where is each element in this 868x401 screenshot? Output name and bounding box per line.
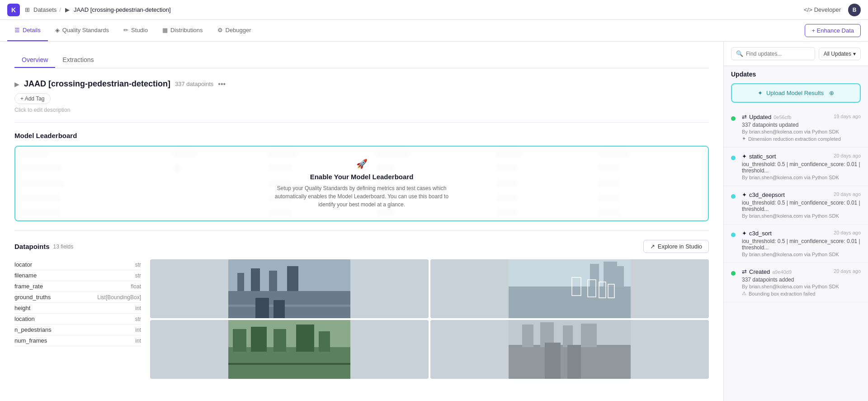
search-box[interactable]: 🔍 [731,47,815,60]
avatar[interactable]: B [848,4,861,16]
svg-rect-26 [296,325,314,352]
svg-rect-35 [581,324,597,347]
leaderboard-overlay: 🚀 Enable Your Model Leaderboard Setup yo… [15,147,708,220]
field-row: locator str [14,259,141,270]
svg-rect-25 [274,329,286,352]
timeline-item-name: ✦ c3d_sort [742,230,772,237]
field-row: frame_rate float [14,281,141,292]
leaderboard-title: Model Leaderboard [14,132,709,139]
timeline-item-note: ⚠ Bounding box extraction failed [742,291,861,296]
model-name: c3d_deepsort [749,191,785,198]
edit-description[interactable]: Click to edit description [14,107,709,113]
field-name: ground_truths [14,294,51,301]
explore-studio-button[interactable]: ↗ Explore in Studio [643,240,709,253]
explore-label: Explore in Studio [658,243,702,250]
top-nav-left: K ⊞ Datasets / ▶ JAAD [crossing-pedestri… [7,4,171,16]
tab-details[interactable]: ☰ Details [7,20,48,41]
upload-model-results-button[interactable]: ✦ Upload Model Results ⊕ [731,83,861,103]
more-options-button[interactable]: ••• [218,80,226,88]
timeline-item-desc: iou_threshold: 0.5 | min_confidence_scor… [742,200,861,212]
breadcrumb-datasets[interactable]: Datasets [33,6,57,13]
tab-distributions[interactable]: ▦ Distributions [155,20,210,41]
tab-studio[interactable]: ✏ Studio [116,20,155,41]
divider-2 [14,230,709,231]
fields-list: locator str filename str frame_rate floa… [14,259,141,379]
svg-rect-5 [269,271,277,291]
dataset-name: JAAD [crossing-pedestrian-detection] [24,79,170,89]
tabs: ☰ Details ◈ Quality Standards ✏ Studio ▦… [7,20,259,41]
warning-icon: ⚠ [742,291,746,296]
list-item: ✦ c3d_sort 20 days ago iou_threshold: 0.… [724,224,868,263]
timeline-item-header: ✦ static_sort 20 days ago [742,153,861,160]
sub-tab-overview[interactable]: Overview [14,53,55,68]
overlay-desc: Setup your Quality Standards by defining… [267,184,457,209]
sub-tab-extractions[interactable]: Extractions [55,53,101,68]
list-item: ⇄ Created a9e40d9 20 days ago 337 datapo… [724,263,868,302]
upload-icon: ✦ [758,90,763,96]
datapoints-title: Datapoints 13 fields [14,243,73,250]
field-row: location str [14,314,141,325]
field-type: int [135,305,141,311]
timeline-dot-green [731,271,736,276]
timeline-item-name: ⇄ Created a9e40d9 [742,268,792,275]
svg-rect-7 [228,305,350,307]
note-text: Dimension reduction extraction completed [748,136,841,142]
field-type: str [135,272,141,279]
main-layout: Overview Extractions ▶ JAAD [crossing-pe… [0,42,868,401]
time-ago: 20 days ago [834,268,861,274]
enhance-data-button[interactable]: + Enhance Data [805,24,861,37]
datasets-icon: ⊞ [24,6,31,14]
field-row: filename str [14,270,141,281]
timeline-item-desc: 337 datapoints added [742,277,861,283]
datapoint-image [150,259,429,318]
svg-rect-37 [567,345,581,379]
asterisk-icon: ✦ [742,230,747,237]
field-name: n_pedestrians [14,326,52,333]
field-type: List[BoundingBox] [97,294,141,301]
model-name: static_sort [749,153,776,160]
timeline-item-by: By brian.shen@kolena.com via Python SDK [742,284,861,289]
model-name: c3d_sort [749,230,772,237]
time-ago: 20 days ago [834,230,861,235]
field-row: num_frames int [14,335,141,346]
datapoint-image [150,320,429,379]
search-icon: 🔍 [736,50,743,57]
filter-dropdown[interactable]: All Updates ▾ [819,48,861,60]
add-tag-button[interactable]: + Add Tag [14,93,51,104]
timeline-item-note: ✦ Dimension reduction extraction complet… [742,136,861,142]
field-name: location [14,315,35,322]
timeline-item-by: By brian.shen@kolena.com via Python SDK [742,175,861,180]
commit-hash: a9e40d9 [772,269,792,275]
updated-label: Updated [749,114,771,120]
svg-rect-15 [613,266,624,286]
svg-rect-8 [255,298,269,318]
upload-label: Upload Model Results [766,90,824,96]
tab-quality-standards[interactable]: ◈ Quality Standards [48,20,116,41]
svg-rect-32 [522,325,533,347]
content-area: Overview Extractions ▶ JAAD [crossing-pe… [0,42,723,401]
tab-debugger[interactable]: ⚙ Debugger [210,20,259,41]
datapoints-layout: locator str filename str frame_rate floa… [14,259,709,379]
tab-studio-label: Studio [131,27,148,33]
tab-debug-label: Debugger [226,27,251,33]
timeline-item-header: ⇄ Updated 0e56cfb 19 days ago [742,114,861,120]
svg-rect-28 [228,363,350,365]
sub-tabs: Overview Extractions [14,53,709,68]
list-item: ✦ static_sort 20 days ago iou_threshold:… [724,148,868,186]
dataset-header-icon: ▶ [14,81,19,88]
datapoints-header: Datapoints 13 fields ↗ Explore in Studio [14,240,709,253]
field-name: filename [14,272,37,279]
field-type: int [135,338,141,344]
breadcrumb: ⊞ Datasets / ▶ JAAD [crossing-pedestrian… [24,6,171,14]
datapoint-image [430,320,709,379]
arrow-icon: ⇄ [742,114,747,120]
svg-rect-4 [251,268,260,291]
dataset-header: ▶ JAAD [crossing-pedestrian-detection] 3… [14,79,709,89]
timeline: ⇄ Updated 0e56cfb 19 days ago 337 datapo… [724,108,868,401]
rocket-icon: 🚀 [356,158,368,169]
field-name: num_frames [14,337,47,344]
timeline-dot-teal [731,194,736,199]
filter-label: All Updates [824,51,851,57]
arrow-icon: ⇄ [742,268,747,275]
search-input[interactable] [746,51,810,57]
